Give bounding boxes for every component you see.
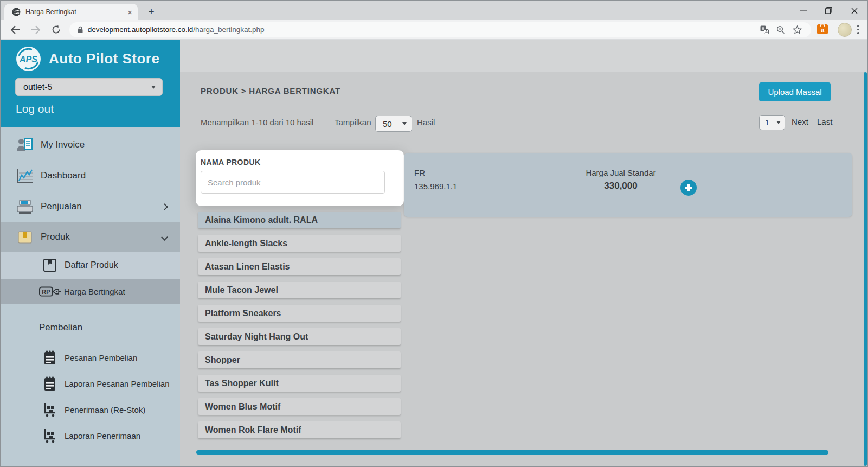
box-icon	[16, 229, 34, 245]
close-button[interactable]	[841, 1, 867, 20]
svg-text:APS: APS	[19, 55, 37, 64]
sidebar-header: APS Auto Pilot Store outlet-5 Log out	[1, 40, 180, 127]
zoom-button[interactable]	[776, 25, 785, 34]
brand: APS Auto Pilot Store	[16, 46, 159, 72]
price-value: 330,000	[572, 181, 670, 191]
add-price-tier-button[interactable]	[680, 180, 697, 196]
main-top-band	[180, 40, 868, 72]
results-summary: Menampilkan 1-10 dari 10 hasil	[201, 118, 313, 127]
star-icon	[793, 25, 802, 34]
sidebar-item-label: Dashboard	[41, 170, 86, 181]
page-size-select[interactable]: 50	[375, 116, 412, 132]
browser-window: Harga Bertingkat × +	[0, 0, 868, 467]
browser-toolbar: development.autopilotstore.co.id/harga_b…	[1, 20, 867, 40]
search-label: NAMA PRODUK	[201, 158, 260, 167]
minimize-icon	[800, 8, 807, 14]
forward-icon	[31, 25, 41, 34]
outlet-select[interactable]: outlet-5	[15, 78, 163, 96]
price-label: Harga Jual Standar	[572, 168, 670, 177]
sidebar-item-label: Produk	[41, 232, 70, 242]
browser-menu-button[interactable]	[857, 25, 859, 34]
lock-icon	[77, 26, 83, 34]
invoice-icon	[16, 137, 34, 152]
vertical-scrollbar[interactable]	[864, 72, 867, 466]
tab-close-icon[interactable]: ×	[127, 8, 132, 16]
restore-button[interactable]	[816, 1, 841, 20]
extension-bag-icon: a	[816, 23, 828, 35]
sidebar-item-laporan-pesanan-pembelian[interactable]: Laporan Pesanan Pembelian	[1, 371, 180, 396]
globe-favicon-icon	[12, 8, 21, 16]
product-row[interactable]: Mule Tacon Jewel	[198, 282, 401, 298]
product-row[interactable]: Platform Sneakers	[198, 305, 401, 322]
url-path: /harga_bertingkat.php	[193, 25, 264, 34]
product-row[interactable]: Ankle-length Slacks	[198, 235, 401, 252]
sidebar-item-penerimaan-restok[interactable]: Penerimaan (Re-Stok)	[1, 397, 180, 422]
new-tab-button[interactable]: +	[144, 5, 158, 20]
trolley-icon	[42, 428, 57, 443]
url-text: development.autopilotstore.co.id/harga_b…	[88, 25, 757, 34]
sidebar-item-my-invoice[interactable]: My Invoice	[1, 131, 180, 158]
product-row[interactable]: Women Blus Motif	[198, 398, 401, 415]
forward-button[interactable]	[29, 23, 42, 36]
svg-text:RP: RP	[42, 289, 50, 295]
sidebar-item-label: Harga Bertingkat	[64, 287, 125, 296]
logout-link[interactable]: Log out	[16, 103, 54, 116]
product-row[interactable]: Alaina Kimono adult. RALA	[198, 212, 401, 228]
aps-logo-icon: APS	[16, 46, 41, 72]
page-number-value: 1	[765, 118, 769, 127]
sidebar-item-daftar-produk[interactable]: Daftar Produk	[1, 252, 180, 279]
pagination-next[interactable]: Next	[792, 117, 808, 126]
browser-tab[interactable]: Harga Bertingkat ×	[4, 4, 138, 20]
sidebar-item-pesanan-pembelian[interactable]: Pesanan Pembelian	[1, 345, 180, 370]
sidebar-item-dashboard[interactable]: Dashboard	[1, 162, 180, 189]
page-size-suffix: Hasil	[417, 118, 435, 127]
product-sku: 135.969.1.1	[414, 182, 457, 191]
page-number-select[interactable]: 1	[759, 115, 785, 130]
product-row[interactable]: Saturday Night Hang Out	[198, 328, 401, 345]
product-row[interactable]: Women Rok Flare Motif	[198, 421, 401, 438]
reload-icon	[52, 25, 61, 34]
price-tag-icon: RP	[39, 285, 61, 298]
outlet-select-value: outlet-5	[23, 82, 52, 92]
breadcrumb: PRODUK > HARGA BERTINGKAT	[201, 86, 340, 95]
translate-icon	[760, 25, 769, 34]
bookmark-button[interactable]	[793, 25, 802, 34]
trolley-icon	[42, 402, 57, 417]
product-code: FR	[414, 168, 425, 177]
extension-bag-button[interactable]: a	[816, 23, 828, 37]
translate-button[interactable]	[760, 25, 769, 34]
upload-massal-button[interactable]: Upload Massal	[759, 82, 831, 101]
sidebar-section-pembelian[interactable]: Pembelian	[39, 322, 82, 333]
sidebar-item-label: Penerimaan (Re-Stok)	[65, 405, 145, 414]
minimize-button[interactable]	[790, 1, 816, 20]
sidebar-item-label: Penjualan	[41, 201, 82, 212]
horizontal-scrollbar[interactable]	[196, 450, 828, 455]
caret-down-icon	[776, 121, 781, 124]
sidebar-item-produk[interactable]: Produk	[1, 222, 180, 252]
sidebar-item-harga-bertingkat[interactable]: RP Harga Bertingkat	[1, 279, 180, 304]
back-button[interactable]	[9, 23, 22, 36]
close-icon	[851, 8, 858, 14]
reload-button[interactable]	[50, 23, 63, 36]
printer-icon	[16, 199, 34, 214]
notepad-icon	[42, 350, 57, 365]
product-row[interactable]: Tas Shopper Kulit	[198, 375, 401, 392]
sidebar-item-label: Laporan Pesanan Pembelian	[65, 379, 169, 388]
toolbar-separator	[833, 25, 833, 35]
pagination-last[interactable]: Last	[817, 117, 832, 126]
sidebar-item-penjualan[interactable]: Penjualan	[1, 193, 180, 220]
sidebar-item-label: Pesanan Pembelian	[65, 353, 137, 362]
sidebar-item-laporan-penerimaan[interactable]: Laporan Penerimaan	[1, 423, 180, 448]
tab-title: Harga Bertingkat	[25, 8, 127, 16]
page-size-label: Tampilkan	[335, 118, 371, 127]
profile-avatar[interactable]	[838, 23, 852, 37]
page-size-value: 50	[383, 119, 392, 129]
url-bar[interactable]: development.autopilotstore.co.id/harga_b…	[69, 22, 812, 37]
dashboard-icon	[16, 168, 34, 183]
product-row[interactable]: Shopper	[198, 351, 401, 368]
sidebar-item-label: My Invoice	[41, 139, 85, 150]
search-input[interactable]	[201, 171, 385, 194]
product-row[interactable]: Atasan Linen Elastis	[198, 258, 401, 275]
url-domain: development.autopilotstore.co.id	[88, 25, 193, 34]
box-outline-icon	[42, 258, 57, 273]
